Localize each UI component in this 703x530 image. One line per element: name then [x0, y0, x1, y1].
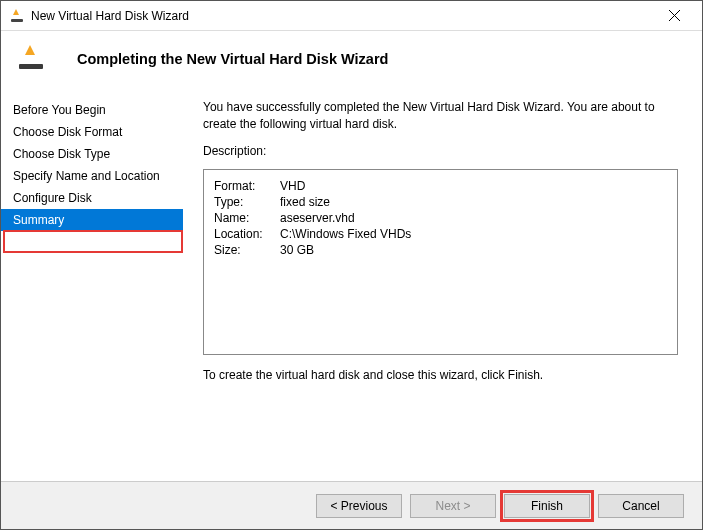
summary-type-key: Type: — [214, 194, 280, 210]
summary-intro-text: You have successfully completed the New … — [203, 99, 678, 133]
summary-format-key: Format: — [214, 178, 280, 194]
summary-size-key: Size: — [214, 242, 280, 258]
wizard-steps-nav: Before You Begin Choose Disk Format Choo… — [1, 99, 183, 469]
summary-size-value: 30 GB — [280, 242, 411, 258]
next-button: Next > — [410, 494, 496, 518]
nav-before-you-begin[interactable]: Before You Begin — [1, 99, 183, 121]
summary-location-key: Location: — [214, 226, 280, 242]
wizard-heading: Completing the New Virtual Hard Disk Wiz… — [77, 51, 388, 67]
description-box: Format: VHD Type: fixed size Name: asese… — [203, 169, 678, 355]
wizard-icon — [19, 49, 47, 69]
nav-configure-disk[interactable]: Configure Disk — [1, 187, 183, 209]
summary-format-value: VHD — [280, 178, 411, 194]
nav-specify-name-location[interactable]: Specify Name and Location — [1, 165, 183, 187]
summary-name-key: Name: — [214, 210, 280, 226]
summary-row-location: Location: C:\Windows Fixed VHDs — [214, 226, 411, 242]
description-label: Description: — [203, 143, 678, 160]
window-title: New Virtual Hard Disk Wizard — [31, 9, 654, 23]
summary-type-value: fixed size — [280, 194, 411, 210]
summary-row-name: Name: aseserver.vhd — [214, 210, 411, 226]
summary-row-size: Size: 30 GB — [214, 242, 411, 258]
summary-name-value: aseserver.vhd — [280, 210, 411, 226]
finish-button[interactable]: Finish — [504, 494, 590, 518]
nav-choose-disk-format[interactable]: Choose Disk Format — [1, 121, 183, 143]
cancel-button[interactable]: Cancel — [598, 494, 684, 518]
previous-button[interactable]: < Previous — [316, 494, 402, 518]
title-bar: New Virtual Hard Disk Wizard — [1, 1, 702, 31]
nav-choose-disk-type[interactable]: Choose Disk Type — [1, 143, 183, 165]
nav-summary[interactable]: Summary — [1, 209, 183, 231]
app-icon — [9, 8, 25, 24]
summary-closing-text: To create the virtual hard disk and clos… — [203, 367, 678, 384]
wizard-header: Completing the New Virtual Hard Disk Wiz… — [1, 31, 702, 99]
summary-table: Format: VHD Type: fixed size Name: asese… — [214, 178, 411, 258]
summary-location-value: C:\Windows Fixed VHDs — [280, 226, 411, 242]
wizard-footer: < Previous Next > Finish Cancel — [1, 481, 702, 529]
close-button[interactable] — [654, 2, 694, 30]
summary-row-format: Format: VHD — [214, 178, 411, 194]
wizard-main-panel: You have successfully completed the New … — [183, 99, 702, 469]
summary-row-type: Type: fixed size — [214, 194, 411, 210]
close-icon — [669, 10, 680, 21]
wizard-body: Before You Begin Choose Disk Format Choo… — [1, 99, 702, 469]
